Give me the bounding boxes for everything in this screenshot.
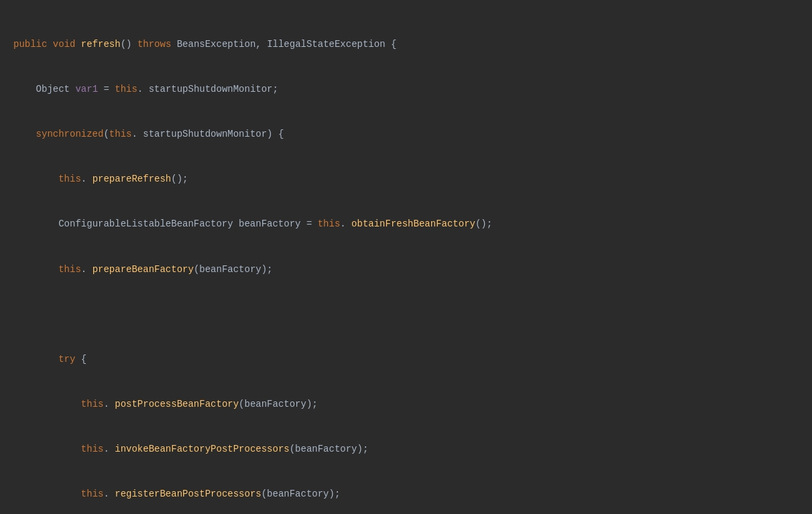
code-line-8: try {	[0, 352, 812, 367]
code-line-11: this. registerBeanPostProcessors(beanFac…	[0, 487, 812, 501]
code-line-4: this. prepareRefresh();	[0, 172, 812, 186]
code-line-7	[0, 307, 812, 322]
code-container: public void refresh() throws BeansExcept…	[0, 0, 812, 514]
code-line-9: this. postProcessBeanFactory(beanFactory…	[0, 397, 812, 411]
code-line-6: this. prepareBeanFactory(beanFactory);	[0, 262, 812, 277]
code-line-10: this. invokeBeanFactoryPostProcessors(be…	[0, 442, 812, 456]
code-line-2: Object var1 = this. startupShutdownMonit…	[0, 82, 812, 97]
code-line-3: synchronized(this. startupShutdownMonito…	[0, 127, 812, 141]
code-line-5: ConfigurableListableBeanFactory beanFact…	[0, 216, 812, 231]
code-line-1: public void refresh() throws BeansExcept…	[0, 37, 812, 52]
